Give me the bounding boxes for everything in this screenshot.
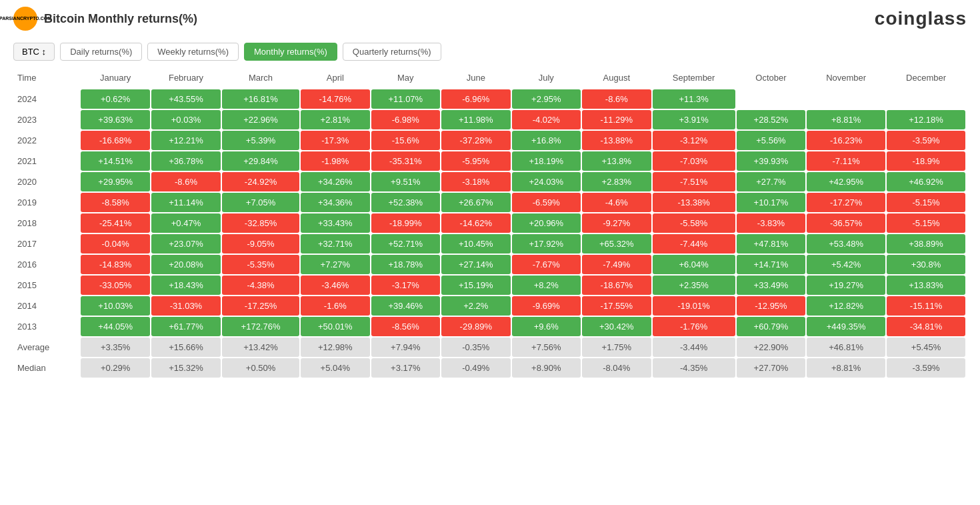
col-header-sep: September	[653, 67, 735, 88]
data-cell: -25.41%	[81, 213, 150, 233]
data-cell: +30.8%	[887, 255, 965, 274]
table-header-row: Time January February March April May Ju…	[15, 67, 965, 88]
tab-quarterly[interactable]: Quarterly returns(%)	[343, 43, 441, 61]
data-cell: +17.92%	[512, 234, 581, 254]
logo-area: PARSIANCRYPTO.COM	[13, 7, 37, 31]
data-cell: +1.75%	[582, 338, 651, 357]
data-cell: -8.58%	[81, 193, 150, 212]
year-cell: 2016	[15, 255, 79, 274]
data-cell: +7.27%	[301, 255, 370, 274]
data-cell: +2.35%	[653, 276, 735, 295]
data-cell: -5.15%	[887, 193, 965, 212]
data-cell: +13.83%	[887, 276, 965, 295]
data-cell: +3.35%	[81, 338, 150, 357]
data-cell: +5.56%	[737, 131, 806, 150]
data-cell: +3.91%	[653, 110, 735, 129]
col-header-feb: February	[151, 67, 221, 88]
data-cell: -0.35%	[441, 338, 511, 357]
data-cell: +7.05%	[222, 193, 299, 212]
data-cell: +26.67%	[441, 193, 511, 212]
data-cell: +43.55%	[151, 89, 221, 109]
year-cell: Median	[15, 358, 79, 378]
data-cell: -1.76%	[653, 317, 735, 336]
data-cell: -1.98%	[301, 151, 370, 171]
year-cell: 2023	[15, 110, 79, 129]
data-cell: +32.71%	[301, 234, 370, 254]
data-cell: +9.6%	[512, 317, 581, 336]
data-cell: +172.76%	[222, 317, 299, 336]
data-cell: -3.44%	[653, 338, 735, 357]
table-row: 2023+39.63%+0.03%+22.96%+2.81%-6.98%+11.…	[15, 110, 965, 129]
data-cell: -4.38%	[222, 276, 299, 295]
table-row: 2022-16.68%+12.21%+5.39%-17.3%-15.6%-37.…	[15, 131, 965, 150]
data-cell: +30.42%	[582, 317, 651, 336]
data-cell: -19.01%	[653, 296, 735, 316]
data-cell: -18.67%	[582, 276, 651, 295]
data-cell: -3.17%	[371, 276, 441, 295]
table-row: Median+0.29%+15.32%+0.50%+5.04%+3.17%-0.…	[15, 358, 965, 378]
data-cell: +12.98%	[301, 338, 370, 357]
data-cell: -18.99%	[371, 213, 441, 233]
data-cell: -4.35%	[653, 358, 735, 378]
data-cell: -32.85%	[222, 213, 299, 233]
data-cell: -4.6%	[582, 193, 651, 212]
table-row: 2017-0.04%+23.07%-9.05%+32.71%+52.71%+10…	[15, 234, 965, 254]
tab-daily[interactable]: Daily returns(%)	[60, 43, 142, 61]
data-cell: -11.29%	[582, 110, 651, 129]
col-header-jul: July	[512, 67, 581, 88]
table-row: Average+3.35%+15.66%+13.42%+12.98%+7.94%…	[15, 338, 965, 357]
data-cell: +47.81%	[737, 234, 806, 254]
year-cell: 2021	[15, 151, 79, 171]
data-cell: +2.83%	[582, 172, 651, 191]
data-cell: +39.46%	[371, 296, 441, 316]
data-cell: +52.71%	[371, 234, 441, 254]
data-cell: -8.56%	[371, 317, 441, 336]
data-cell: -14.76%	[301, 89, 370, 109]
data-cell: -3.46%	[301, 276, 370, 295]
data-cell: -8.6%	[151, 172, 221, 191]
year-cell: 2020	[15, 172, 79, 191]
tab-monthly[interactable]: Monthly returns(%)	[244, 43, 337, 61]
data-cell: -3.59%	[887, 358, 965, 378]
data-cell: -5.95%	[441, 151, 511, 171]
data-cell: +15.32%	[151, 358, 221, 378]
data-cell: -3.59%	[887, 131, 965, 150]
data-cell: +18.19%	[512, 151, 581, 171]
tab-weekly[interactable]: Weekly returns(%)	[147, 43, 239, 61]
data-cell: +28.52%	[737, 110, 806, 129]
data-cell: -17.27%	[807, 193, 885, 212]
col-header-jun: June	[441, 67, 511, 88]
table-container: Time January February March April May Ju…	[0, 66, 980, 392]
data-cell: -3.12%	[653, 131, 735, 150]
data-cell: +20.96%	[512, 213, 581, 233]
data-cell: -37.28%	[441, 131, 511, 150]
data-cell: -5.15%	[887, 213, 965, 233]
data-cell: -4.02%	[512, 110, 581, 129]
year-cell: Average	[15, 338, 79, 357]
data-cell: -3.83%	[737, 213, 806, 233]
table-row: 2016-14.83%+20.08%-5.35%+7.27%+18.78%+27…	[15, 255, 965, 274]
data-cell: +11.98%	[441, 110, 511, 129]
data-cell: -1.6%	[301, 296, 370, 316]
data-cell: -3.18%	[441, 172, 511, 191]
data-cell: +14.71%	[737, 255, 806, 274]
data-cell: +0.47%	[151, 213, 221, 233]
data-cell: +27.70%	[737, 358, 806, 378]
data-cell: -13.38%	[653, 193, 735, 212]
table-row: 2020+29.95%-8.6%-24.92%+34.26%+9.51%-3.1…	[15, 172, 965, 191]
data-cell: +19.27%	[807, 276, 885, 295]
data-cell	[737, 89, 806, 109]
year-cell: 2015	[15, 276, 79, 295]
data-cell: +13.42%	[222, 338, 299, 357]
returns-table: Time January February March April May Ju…	[13, 66, 967, 379]
data-cell: +61.77%	[151, 317, 221, 336]
data-cell: +60.79%	[737, 317, 806, 336]
data-cell: +13.8%	[582, 151, 651, 171]
data-cell: +10.17%	[737, 193, 806, 212]
data-cell: +2.2%	[441, 296, 511, 316]
data-cell: +8.90%	[512, 358, 581, 378]
data-cell: +2.95%	[512, 89, 581, 109]
data-cell: -9.69%	[512, 296, 581, 316]
data-cell: -7.03%	[653, 151, 735, 171]
asset-selector[interactable]: BTC ↕	[13, 43, 55, 61]
